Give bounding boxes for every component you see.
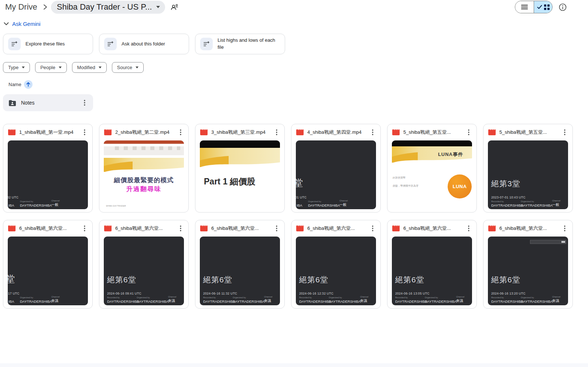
filter-chip-type[interactable]: Type [3, 62, 30, 73]
drive-page: My Drive Shiba Day Trader - US P... [0, 0, 588, 367]
file-thumbnail[interactable]: 堂 01 UTC IBA Organized byDAYTRADERSHIBA … [296, 140, 376, 209]
file-card[interactable]: 2_shiba戰絕_第二堂.mp4 [99, 124, 189, 213]
file-card[interactable]: 6_shiba戰絕_第六堂... 絕第6堂 2024-06-16 12:32 U… [291, 220, 381, 309]
file-menu-button[interactable] [272, 128, 281, 137]
file-thumbnail[interactable]: 絕第6堂 2024-06-16 09:41 UTC Recorded byDAY… [104, 237, 184, 305]
file-thumbnail[interactable]: LUNA事件 的加密貨幣 崩盤，幣價幾乎跌為零 LUNA [392, 140, 472, 209]
folder-menu-button[interactable] [80, 98, 89, 108]
ppt-titlebar [104, 140, 184, 144]
filter-chip-people[interactable]: People [35, 62, 66, 73]
file-card[interactable]: 1_shiba戰絕_第一堂.mp4 32 UTC IBA Organized b… [3, 124, 93, 213]
video-file-icon [488, 129, 496, 135]
thumb-timestamp: 2024-06-16 12:32 UTC [299, 292, 334, 295]
file-menu-button[interactable] [464, 224, 474, 233]
filter-chips: Type People Modified Source [3, 62, 144, 73]
file-card[interactable]: 5_shiba戰絕_第五堂... [387, 124, 477, 213]
thumb-title-text: 絕第6堂 [395, 275, 424, 285]
thumb-timestamp: 01 UTC [296, 196, 307, 199]
ask-gemini-toggle[interactable]: Ask Gemini [4, 21, 41, 27]
file-thumbnail[interactable]: 堂 :17 UTC IBA Organized byDAYTRADERSHIBA… [8, 237, 88, 305]
file-card[interactable]: 6_shiba戰絕_第六堂... 絕第6堂 2024-06-16 13:20 U… [483, 220, 573, 309]
slide-thumbnail: 細價股最緊要的模式 升過翻尋味 SHIBA DAYTRADER [104, 140, 184, 209]
thumb-col-recorded: Recorded byDAYTRADERSHIBA [299, 296, 331, 303]
more-vertical-icon [84, 100, 85, 106]
current-folder-name: Shiba Day Trader - US P... [57, 2, 152, 12]
folder-shared-icon[interactable] [170, 3, 178, 11]
file-card[interactable]: 6_shiba戰絕_第六堂... 絕第6堂 2024-06-16 09:41 U… [99, 220, 189, 309]
more-vertical-icon [84, 225, 85, 231]
file-menu-button[interactable] [80, 128, 89, 137]
file-card-header: 6_shiba戰絕_第六堂... [291, 220, 380, 237]
file-card-header: 6_shiba戰絕_第六堂... [483, 220, 572, 237]
file-thumbnail[interactable]: Part 1 細價股 [200, 140, 280, 209]
file-thumbnail[interactable]: 絕第6堂 2024-06-16 12:32 UTC Recorded byDAY… [296, 237, 376, 305]
slide-thumbnail: LUNA事件 的加密貨幣 崩盤，幣價幾乎跌為零 LUNA [392, 140, 472, 209]
thumb-col-recorded: Recorded byDAYTRADERSHIBA [203, 296, 235, 303]
current-folder-button[interactable]: Shiba Day Trader - US P... [51, 1, 165, 14]
file-card[interactable]: 6_shiba戰絕_第六堂... 絕第6堂 2024-06-16 13:05 U… [387, 220, 477, 309]
file-thumbnail[interactable]: 絕第6堂 2024-06-16 11:32 UTC Recorded byDAY… [200, 237, 280, 305]
chip-label: Type [8, 65, 18, 70]
file-menu-button[interactable] [176, 224, 185, 233]
file-menu-button[interactable] [560, 128, 570, 137]
gemini-suggestion-highs-lows[interactable]: List highs and lows of each file [195, 34, 285, 54]
file-menu-button[interactable] [560, 224, 570, 233]
slide-title: Part 1 細價股 [204, 176, 255, 187]
chip-label: Source [117, 65, 132, 70]
breadcrumb-my-drive[interactable]: My Drive [3, 1, 40, 13]
file-menu-button[interactable] [176, 128, 185, 137]
thumb-title-text: 絕第3堂 [491, 179, 520, 189]
more-vertical-icon [180, 225, 181, 231]
slide-thumbnail: Part 1 細價股 [200, 140, 280, 209]
gemini-suggestion-ask-folder[interactable]: Ask about this folder [99, 34, 189, 54]
more-vertical-icon [276, 129, 277, 135]
file-name: 6_shiba戰絕_第六堂... [403, 225, 460, 232]
file-menu-button[interactable] [80, 224, 89, 233]
gemini-suggestion-explore[interactable]: Explore these files [3, 34, 93, 54]
filter-chip-source[interactable]: Source [112, 62, 144, 73]
file-menu-button[interactable] [368, 224, 377, 233]
grid-view-button[interactable] [534, 1, 552, 13]
video-frame-thumbnail: 32 UTC IBA Organized byDAYTRADERSHIBA Ch… [8, 140, 88, 209]
file-card[interactable]: 3_shiba戰絕_第三堂.mp4 [195, 124, 285, 213]
file-menu-button[interactable] [272, 224, 281, 233]
thumb-col-recorded: IBA [297, 203, 302, 207]
thumb-col-channel: Channel一般 [339, 200, 348, 207]
view-controls [515, 1, 567, 13]
sort-ascending-button[interactable] [24, 80, 33, 89]
file-card[interactable]: 5_shiba戰絕_第五堂... 絕第3堂 2023-07-01 10:43 U… [483, 124, 573, 213]
more-vertical-icon [564, 129, 565, 135]
thumb-title-text: 絕第6堂 [107, 275, 136, 285]
video-frame-thumbnail: 絕第6堂 2024-06-16 13:20 UTC Recorded byDAY… [488, 237, 568, 305]
thumb-title-text: 絕第6堂 [299, 275, 328, 285]
list-view-button[interactable] [515, 1, 534, 13]
file-menu-button[interactable] [464, 128, 474, 137]
chevron-down-icon [99, 67, 102, 68]
slide-title-line2: 升過翻尋味 [104, 185, 184, 193]
file-thumbnail[interactable]: 絕第3堂 2023-07-01 10:43 UTC Recorded byDAY… [488, 140, 568, 209]
file-thumbnail[interactable]: 32 UTC IBA Organized byDAYTRADERSHIBA Ch… [8, 140, 88, 209]
info-button[interactable] [559, 3, 567, 11]
gemini-summarize-icon [200, 38, 213, 50]
filter-chip-modified[interactable]: Modified [72, 62, 107, 73]
file-menu-button[interactable] [368, 128, 377, 137]
file-card-header: 6_shiba戰絕_第六堂... [387, 220, 476, 237]
thumb-col-recorded: IBA [8, 299, 14, 303]
file-thumbnail[interactable]: 細價股最緊要的模式 升過翻尋味 SHIBA DAYTRADER [104, 140, 184, 209]
file-card[interactable]: 4_shiba戰絕_第四堂.mp4 堂 01 UTC IBA Organized… [291, 124, 381, 213]
file-name: 6_shiba戰絕_第六堂... [19, 225, 76, 232]
folder-card-notes[interactable]: Notes [3, 94, 93, 111]
thumb-col-recorded: Recorded byDAYTRADERSHIBA [107, 296, 139, 303]
black-bar [392, 140, 472, 146]
file-card[interactable]: 6_shiba戰絕_第六堂... 絕第6堂 2024-06-16 11:32 U… [195, 220, 285, 309]
file-name: 5_shiba戰絕_第五堂... [403, 129, 460, 136]
file-card[interactable]: 6_shiba戰絕_第六堂... 堂 :17 UTC IBA Organized… [3, 220, 93, 309]
slide-watermark: SHIBA DAYTRADER [106, 205, 126, 207]
slide-title-line1: 細價股最緊要的模式 [104, 176, 184, 184]
file-name: 6_shiba戰絕_第六堂... [211, 225, 268, 232]
sort-by-name[interactable]: Name [8, 80, 33, 89]
file-card-header: 2_shiba戰絕_第二堂.mp4 [99, 124, 188, 140]
file-thumbnail[interactable]: 絕第6堂 2024-06-16 13:20 UTC Recorded byDAY… [488, 237, 568, 305]
thumb-title-text: 堂 [8, 273, 15, 285]
file-thumbnail[interactable]: 絕第6堂 2024-06-16 13:05 UTC Recorded byDAY… [392, 237, 472, 305]
